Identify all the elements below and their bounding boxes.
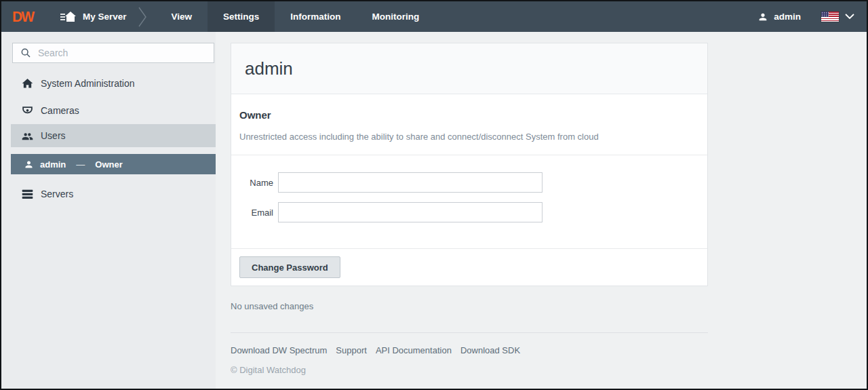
- server-home-icon: [60, 11, 77, 23]
- role-heading: Owner: [239, 109, 699, 121]
- language-selector[interactable]: [821, 12, 854, 22]
- sidebar-item-label: Servers: [41, 189, 73, 199]
- email-label: Email: [239, 208, 273, 218]
- sidebar-item-label: Users: [41, 130, 66, 141]
- servers-icon: [22, 189, 33, 199]
- role-description: Unrestricted access including the abilit…: [239, 132, 699, 142]
- dw-logo: DW: [12, 8, 33, 25]
- page-body: System Administration Cameras: [1, 32, 867, 389]
- home-icon: [22, 78, 33, 89]
- unsaved-changes-status: No unsaved changes: [231, 301, 867, 311]
- user-menu[interactable]: admin: [757, 12, 801, 22]
- current-user-name: admin: [774, 12, 801, 22]
- sidebar-subitem-user-name: admin: [40, 159, 66, 170]
- main-content: admin Owner Unrestricted access includin…: [216, 32, 867, 389]
- sidebar-item-label: System Administration: [41, 78, 135, 89]
- camera-icon: [22, 106, 33, 116]
- footer-divider: [231, 332, 708, 333]
- email-row: Email: [239, 202, 699, 222]
- tab-view[interactable]: View: [156, 1, 208, 32]
- sidebar-item-label: Cameras: [41, 105, 79, 116]
- name-row: Name: [239, 172, 699, 193]
- users-icon: [22, 132, 33, 140]
- card-header: admin: [231, 43, 707, 94]
- sidebar-item-admin-owner[interactable]: admin — Owner: [11, 154, 216, 174]
- sidebar-item-system-administration[interactable]: System Administration: [1, 70, 216, 97]
- breadcrumb-chevron-icon: [138, 5, 147, 28]
- tab-information[interactable]: Information: [275, 1, 356, 32]
- us-flag-icon: [821, 12, 839, 22]
- sidebar-item-servers[interactable]: Servers: [1, 180, 216, 208]
- person-icon: [757, 12, 768, 22]
- card-actions: Change Password: [231, 249, 707, 286]
- sidebar-item-users[interactable]: Users: [11, 124, 216, 147]
- page-title: admin: [245, 59, 694, 78]
- sidebar-menu: System Administration Cameras: [1, 70, 216, 208]
- nav-tabs: View Settings Information Monitoring: [156, 1, 435, 32]
- tab-settings[interactable]: Settings: [208, 1, 275, 32]
- chevron-down-icon: [845, 14, 854, 20]
- link-support[interactable]: Support: [336, 345, 367, 355]
- role-section: Owner Unrestricted access including the …: [231, 94, 707, 155]
- topbar-right: admin: [757, 1, 854, 32]
- sidebar-item-cameras[interactable]: Cameras: [1, 97, 216, 124]
- server-name: My Server: [83, 12, 127, 22]
- person-icon: [24, 159, 34, 170]
- user-detail-card: admin Owner Unrestricted access includin…: [231, 43, 708, 286]
- link-api-documentation[interactable]: API Documentation: [376, 345, 452, 355]
- search-input[interactable]: [38, 47, 214, 58]
- server-selector[interactable]: My Server: [60, 1, 127, 32]
- sidebar-subitem-user-role: Owner: [95, 159, 122, 170]
- footer-links: Download DW Spectrum Support API Documen…: [231, 345, 867, 355]
- name-label: Name: [239, 178, 273, 188]
- user-form: Name Email: [231, 155, 707, 249]
- link-download-sdk[interactable]: Download SDK: [460, 345, 520, 355]
- sidebar-search: [12, 43, 214, 63]
- name-field[interactable]: [278, 172, 542, 193]
- app-window: DW My Server View Settings: [0, 0, 868, 390]
- tab-monitoring[interactable]: Monitoring: [357, 1, 435, 32]
- settings-sidebar: System Administration Cameras: [1, 32, 216, 389]
- copyright-text: © Digital Watchdog: [231, 365, 867, 375]
- top-nav-bar: DW My Server View Settings: [1, 1, 867, 32]
- change-password-button[interactable]: Change Password: [239, 256, 340, 278]
- dash-separator: —: [76, 159, 85, 170]
- email-field[interactable]: [278, 202, 542, 222]
- search-icon: [20, 47, 31, 58]
- link-download-dw-spectrum[interactable]: Download DW Spectrum: [231, 345, 327, 355]
